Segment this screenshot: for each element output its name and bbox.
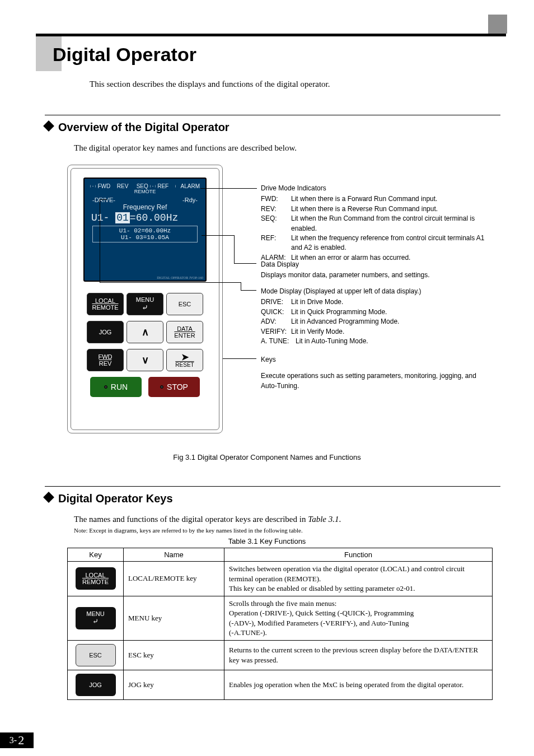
local-remote-key[interactable]: LOCAL REMOTE bbox=[87, 293, 124, 315]
dd-text: Displays monitor data, parameter numbers… bbox=[261, 270, 490, 280]
right-reset-key[interactable]: ➤ RESET bbox=[166, 349, 203, 371]
esc-key[interactable]: ESC bbox=[166, 293, 203, 315]
table-row: MENU⤶ MENU key Scrolls through the five … bbox=[68, 596, 493, 640]
lcd-drive-label: -DRIVE- bbox=[92, 197, 115, 203]
reset-label: RESET bbox=[175, 362, 194, 368]
right-arrow-icon: ➤ bbox=[181, 353, 189, 362]
dmi-title: Drive Mode Indicators bbox=[261, 184, 490, 193]
section-rule-2 bbox=[45, 486, 500, 487]
md-verify-label: VERIFY: bbox=[261, 327, 291, 337]
menu-return-icon: ⤶ bbox=[142, 303, 148, 312]
table-header-row: Key Name Function bbox=[68, 548, 493, 562]
esc-label: ESC bbox=[179, 301, 191, 307]
th-key: Key bbox=[68, 548, 124, 562]
page-title: Digital Operator bbox=[53, 44, 196, 66]
page-number-prefix: 3 bbox=[10, 735, 14, 745]
lcd-main-suffix: =60.00Hz bbox=[130, 212, 178, 223]
dmi-seq-text: Lit when the Run Command from the contro… bbox=[291, 214, 490, 234]
rev-indicator-label: REV bbox=[117, 183, 129, 189]
key-name: JOG key bbox=[124, 670, 224, 699]
section-heading-overview: Overview of the Digital Operator bbox=[45, 121, 229, 134]
key-function: Scrolls through the five main menus: Ope… bbox=[224, 596, 493, 640]
fwd-label: FWD bbox=[98, 353, 112, 360]
run-led-icon bbox=[104, 385, 107, 389]
key-functions-table: Key Name Function LOCALREMOTE LOCAL/REMO… bbox=[67, 548, 493, 700]
menu-return-icon: ⤶ bbox=[92, 617, 99, 626]
dmi-ref-label: REF: bbox=[261, 234, 291, 253]
jog-key[interactable]: JOG bbox=[87, 321, 124, 343]
key-name: ESC key bbox=[124, 640, 224, 670]
up-key[interactable]: ∧ bbox=[127, 321, 163, 343]
lcd-main-highlight: 01 bbox=[115, 212, 130, 223]
table-caption: Table 3.1 Key Functions bbox=[0, 537, 534, 545]
remote-indicator-label: REMOTE bbox=[90, 189, 200, 194]
rev-label: REV bbox=[99, 360, 112, 367]
top-rule bbox=[36, 34, 506, 36]
th-name: Name bbox=[124, 548, 224, 562]
section-body-keys: The names and functions of the digital o… bbox=[74, 515, 341, 524]
data-enter-key[interactable]: DATA ENTER bbox=[166, 321, 203, 343]
down-key[interactable]: ∨ bbox=[127, 349, 163, 371]
keypad: LOCAL REMOTE MENU ⤶ ESC JOG ∧ DATA ENTER bbox=[87, 293, 203, 419]
md-atune-text: Lit in Auto-Tuning Mode. bbox=[296, 337, 368, 346]
leader-line bbox=[241, 282, 241, 290]
leader-line bbox=[202, 235, 234, 236]
annotation-data-display: Data Display Displays monitor data, para… bbox=[261, 260, 490, 281]
key-function: Returns to the current screen to the pre… bbox=[224, 640, 493, 670]
section-heading-keys: Digital Operator Keys bbox=[45, 492, 173, 505]
dmi-fwd-label: FWD: bbox=[261, 194, 291, 204]
leader-line bbox=[100, 282, 241, 283]
lcd-frame: FWD REV SEQ REF ALARM REMOTE -DRIVE- -Rd… bbox=[83, 178, 207, 282]
up-arrow-icon: ∧ bbox=[142, 327, 149, 337]
stop-led-icon bbox=[160, 385, 163, 389]
dd-title: Data Display bbox=[261, 260, 490, 269]
local-label: LOCAL bbox=[95, 297, 115, 304]
md-quick-label: QUICK: bbox=[261, 307, 291, 317]
figure-caption: Fig 3.1 Digital Operator Component Names… bbox=[0, 453, 534, 461]
section-body-overview: The digital operator key names and funct… bbox=[74, 143, 297, 153]
ref-indicator-label: REF bbox=[157, 183, 168, 189]
intro-text: This section describes the displays and … bbox=[90, 80, 330, 89]
leader-line bbox=[256, 188, 257, 189]
run-label: RUN bbox=[111, 382, 128, 391]
page-number: 3-2 bbox=[0, 732, 34, 748]
section-rule-1 bbox=[45, 115, 500, 115]
data-label: DATA bbox=[177, 325, 193, 332]
lcd-rdy-label: -Rdy- bbox=[182, 197, 198, 203]
page-number-main: 2 bbox=[18, 733, 24, 748]
md-atune-label: A. TUNE: bbox=[261, 337, 296, 346]
alarm-indicator-label: ALARM bbox=[181, 183, 200, 189]
jog-key-icon: JOG bbox=[76, 674, 116, 696]
fwd-rev-key[interactable]: FWD REV bbox=[87, 349, 124, 371]
leader-line bbox=[100, 199, 107, 200]
lcd-freqref-label: Frequency Ref bbox=[90, 203, 200, 211]
local-remote-key-icon: LOCALREMOTE bbox=[76, 567, 116, 590]
esc-key-icon: ESC bbox=[76, 644, 116, 666]
lcd-sub-line-1: U1- 02=60.00Hz bbox=[93, 227, 197, 234]
lcd-main-prefix: U1- bbox=[91, 212, 109, 223]
page-number-dash: - bbox=[14, 735, 17, 745]
key-function: Switches between operation via the digit… bbox=[224, 562, 493, 596]
leader-line bbox=[234, 235, 235, 263]
table-row: ESC ESC key Returns to the current scree… bbox=[68, 640, 493, 670]
md-drive-label: DRIVE: bbox=[261, 297, 291, 307]
menu-key-icon: MENU⤶ bbox=[76, 607, 116, 629]
key-function: Enables jog operation when the MxC is be… bbox=[224, 670, 493, 699]
leader-line bbox=[241, 290, 256, 291]
lcd-main-reading: U1- 01=60.00Hz bbox=[90, 212, 200, 223]
dmi-fwd-text: Lit when there is a Forward Run Command … bbox=[291, 194, 437, 204]
dmi-rev-label: REV: bbox=[261, 204, 291, 214]
run-key[interactable]: RUN bbox=[90, 377, 142, 397]
menu-key[interactable]: MENU ⤶ bbox=[127, 293, 163, 315]
key-name: LOCAL/REMOTE key bbox=[124, 562, 224, 596]
diamond-icon bbox=[43, 492, 54, 503]
jog-label: JOG bbox=[99, 329, 112, 335]
md-title: Mode Display (Displayed at upper left of… bbox=[261, 287, 490, 296]
keys-title: Keys bbox=[261, 355, 485, 365]
menu-label: MENU bbox=[136, 296, 154, 303]
enter-label: ENTER bbox=[174, 332, 195, 339]
stop-key[interactable]: STOP bbox=[148, 377, 200, 397]
leader-line bbox=[234, 263, 256, 264]
dmi-ref-text: Lit when the frequency reference from co… bbox=[291, 234, 490, 253]
page-corner-marker bbox=[488, 15, 507, 34]
